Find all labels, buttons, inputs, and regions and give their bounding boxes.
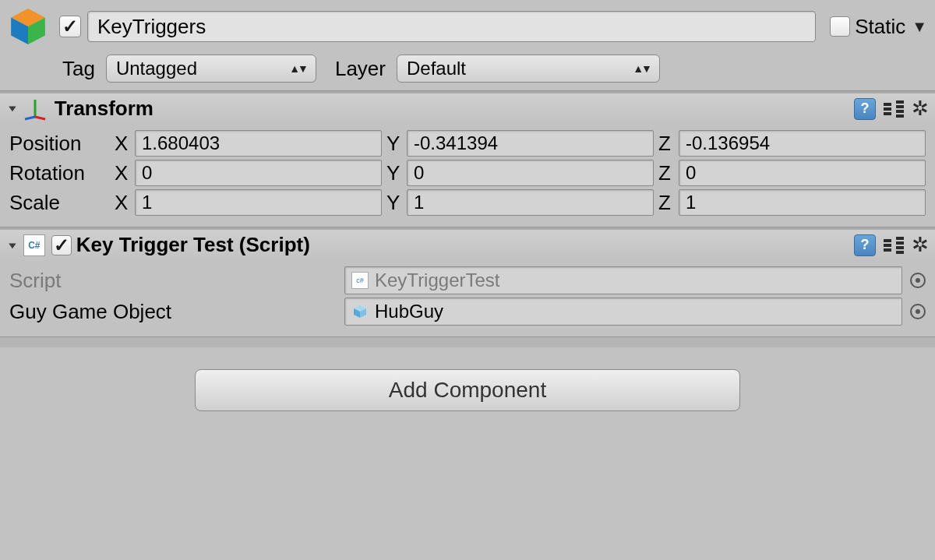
active-checkbox[interactable] <box>59 16 81 37</box>
static-checkbox[interactable] <box>830 16 850 37</box>
axis-x-label: X <box>115 132 130 156</box>
position-label: Position <box>9 132 115 156</box>
svg-line-4 <box>35 117 45 119</box>
position-row: Position X Y Z <box>9 130 926 157</box>
transform-body: Position X Y Z Rotation X Y Z Scale X Y … <box>0 124 935 227</box>
tag-label: Tag <box>62 57 95 81</box>
csharp-script-icon: C# <box>23 234 45 256</box>
rotation-x-input[interactable] <box>135 160 382 186</box>
rotation-row: Rotation X Y Z <box>9 160 926 186</box>
rotation-y-input[interactable] <box>407 160 654 186</box>
help-icon[interactable]: ? <box>854 98 876 120</box>
layer-label: Layer <box>335 57 386 81</box>
guy-field-label: Guy Game Object <box>9 300 344 324</box>
rotation-label: Rotation <box>9 161 115 185</box>
layer-dropdown[interactable]: Default ▲▼ <box>397 55 660 83</box>
object-picker-icon[interactable] <box>910 304 926 319</box>
transform-component: ▼ Transform ? ✲ Position X Y Z Rotation <box>0 93 935 227</box>
axis-y-label: Y <box>386 132 402 156</box>
scale-z-input[interactable] <box>679 189 926 216</box>
foldout-icon: ▼ <box>6 240 19 250</box>
header-top-row: Static ▼ <box>8 6 927 47</box>
tag-value: Untagged <box>116 58 197 79</box>
gear-icon[interactable]: ✲ <box>912 233 929 257</box>
inspector-footer: Add Component <box>0 347 935 450</box>
script-field-value: KeyTriggerTest <box>375 269 500 291</box>
script-field[interactable]: c# KeyTriggerTest <box>344 266 902 294</box>
scale-row: Scale X Y Z <box>9 189 926 216</box>
guy-field[interactable]: HubGuy <box>344 298 902 326</box>
gear-icon[interactable]: ✲ <box>912 97 929 121</box>
foldout-icon: ▼ <box>6 104 19 114</box>
object-picker-icon[interactable] <box>910 273 926 288</box>
component-controls: ? ✲ <box>854 97 929 121</box>
scale-y-input[interactable] <box>407 189 654 216</box>
tag-dropdown[interactable]: Untagged ▲▼ <box>106 55 316 83</box>
script-component-body: Script c# KeyTriggerTest Guy Game Object… <box>0 260 935 336</box>
inspector-header: Static ▼ Tag Untagged ▲▼ Layer Default ▲… <box>0 0 935 90</box>
layer-value: Default <box>407 58 466 79</box>
script-field-label: Script <box>9 269 344 293</box>
preset-icon[interactable] <box>884 237 904 254</box>
component-controls: ? ✲ <box>854 233 929 257</box>
header-bottom-row: Tag Untagged ▲▼ Layer Default ▲▼ <box>8 55 927 83</box>
script-component-title: Key Trigger Test (Script) <box>76 233 310 257</box>
separator <box>0 336 935 347</box>
transform-icon <box>23 97 47 121</box>
svg-line-5 <box>25 117 35 119</box>
transform-title: Transform <box>55 97 153 121</box>
rotation-z-input[interactable] <box>679 160 926 186</box>
scale-label: Scale <box>9 191 115 215</box>
transform-header[interactable]: ▼ Transform ? ✲ <box>0 93 935 124</box>
help-icon[interactable]: ? <box>854 234 876 256</box>
guy-field-row: Guy Game Object HubGuy <box>9 298 926 326</box>
position-y-input[interactable] <box>407 130 654 157</box>
dropdown-arrows-icon: ▲▼ <box>633 62 650 75</box>
static-group: Static ▼ <box>830 15 927 39</box>
csharp-mini-icon: c# <box>351 272 369 289</box>
position-x-input[interactable] <box>135 130 382 157</box>
static-dropdown-arrow-icon[interactable]: ▼ <box>912 18 927 36</box>
position-z-input[interactable] <box>679 130 926 157</box>
guy-field-value: HubGuy <box>375 301 443 322</box>
script-component-header[interactable]: ▼ C# Key Trigger Test (Script) ? ✲ <box>0 230 935 260</box>
scale-x-input[interactable] <box>135 189 382 216</box>
script-component: ▼ C# Key Trigger Test (Script) ? ✲ Scrip… <box>0 230 935 336</box>
object-name-input[interactable] <box>87 11 816 42</box>
axis-z-label: Z <box>658 132 674 156</box>
prefab-cube-icon <box>351 303 369 320</box>
preset-icon[interactable] <box>884 100 904 118</box>
add-component-button[interactable]: Add Component <box>195 369 740 411</box>
static-label: Static <box>855 15 905 39</box>
component-enabled-checkbox[interactable] <box>51 235 72 255</box>
dropdown-arrows-icon: ▲▼ <box>289 62 306 75</box>
gameobject-cube-icon <box>8 6 48 47</box>
script-field-row: Script c# KeyTriggerTest <box>9 266 926 294</box>
